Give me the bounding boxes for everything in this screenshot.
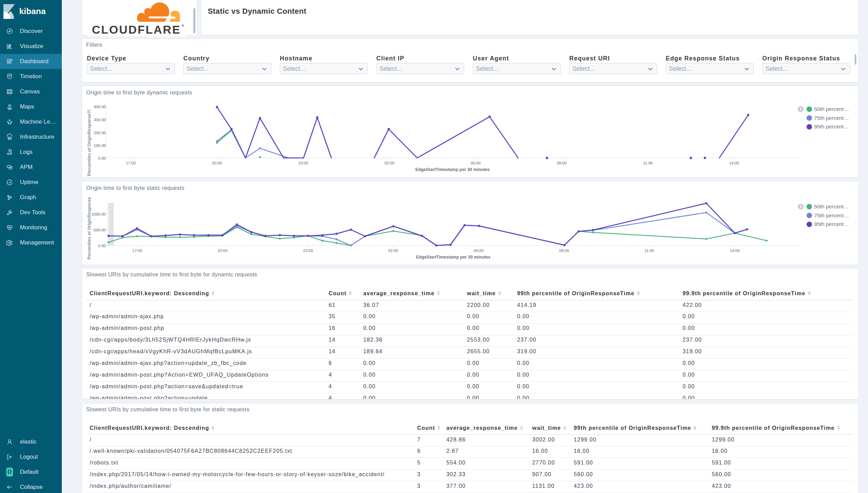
- svg-text:Percentiles of OriginResponse: Percentiles of OriginResponse: [87, 197, 92, 260]
- svg-text:05:00: 05:00: [471, 161, 481, 165]
- svg-text:14:00: 14:00: [730, 249, 740, 253]
- svg-text:75th percent…: 75th percent…: [814, 115, 849, 121]
- svg-text:11:00: 11:00: [644, 249, 654, 253]
- svg-text:Percentiles of OriginResponseT: Percentiles of OriginResponseTi: [87, 110, 92, 176]
- svg-text:17:00: 17:00: [133, 249, 142, 253]
- svg-text:75th percent…: 75th percent…: [814, 213, 849, 218]
- svg-text:300.00: 300.00: [94, 118, 106, 122]
- svg-text:23:00: 23:00: [298, 161, 308, 165]
- svg-text:50th percent…: 50th percent…: [814, 204, 849, 209]
- svg-text:20:00: 20:00: [218, 249, 228, 253]
- svg-text:500.00: 500.00: [94, 228, 106, 232]
- svg-text:11:00: 11:00: [643, 161, 653, 165]
- svg-text:0.00: 0.00: [98, 156, 106, 160]
- svg-text:EdgeStartTimestamp per 30 minu: EdgeStartTimestamp per 30 minutes: [416, 255, 491, 260]
- svg-text:08:00: 08:00: [559, 249, 569, 253]
- svg-text:05:00: 05:00: [474, 249, 484, 253]
- svg-text:0.00: 0.00: [98, 244, 106, 248]
- svg-text:400.00: 400.00: [94, 105, 106, 109]
- svg-text:23:00: 23:00: [303, 249, 313, 253]
- svg-text:14:00: 14:00: [729, 161, 739, 165]
- svg-text:95th percent…: 95th percent…: [814, 221, 849, 227]
- svg-text:200.00: 200.00: [94, 131, 106, 135]
- svg-text:17:00: 17:00: [126, 161, 136, 165]
- svg-text:100.00: 100.00: [94, 144, 106, 148]
- svg-text:02:00: 02:00: [388, 249, 398, 253]
- svg-text:95th percent…: 95th percent…: [814, 124, 849, 129]
- svg-text:EdgeStartTimestamp per 30 minu: EdgeStartTimestamp per 30 minutes: [415, 167, 490, 172]
- svg-text:08:00: 08:00: [557, 161, 567, 165]
- svg-text:20:00: 20:00: [212, 161, 222, 165]
- svg-text:1000.00: 1000.00: [91, 212, 106, 216]
- svg-text:02:00: 02:00: [385, 161, 395, 165]
- svg-text:50th percent…: 50th percent…: [814, 106, 849, 112]
